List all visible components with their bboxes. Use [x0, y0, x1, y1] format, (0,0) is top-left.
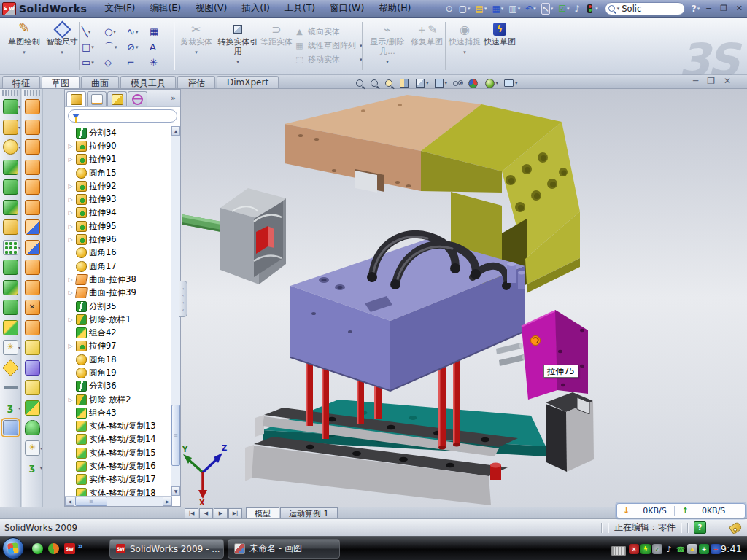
- feature-tree-item[interactable]: ▷ 拉伸96: [65, 233, 171, 246]
- right-support-rail[interactable]: [546, 392, 594, 472]
- search-box[interactable]: ▾ Solic: [605, 2, 685, 15]
- quick-tips-button[interactable]: ?: [694, 521, 706, 534]
- feature-tree-item[interactable]: 实体-移动/复制13: [65, 420, 171, 433]
- expander-icon[interactable]: ▷: [67, 343, 74, 349]
- expander-icon[interactable]: ▷: [67, 196, 74, 203]
- ribbon-tab[interactable]: 模具工具: [120, 76, 176, 88]
- knit-surface-icon[interactable]: [22, 398, 42, 419]
- scroll-thumb[interactable]: ≡: [171, 405, 180, 466]
- messenger-icon[interactable]: [32, 543, 43, 554]
- expander-icon[interactable]: ▷: [67, 223, 74, 230]
- feature-tree-item[interactable]: ▷ 切除-放样2: [65, 393, 171, 406]
- sketch-entity-button[interactable]: ⌒▾: [104, 39, 127, 55]
- swept-surface-icon[interactable]: [22, 137, 42, 158]
- new-document-icon[interactable]: ▢▾: [457, 4, 473, 14]
- feature-tree-item[interactable]: ▷ 拉伸92: [65, 179, 171, 192]
- feature-tree-item[interactable]: 分割36: [65, 380, 171, 393]
- freeform-icon[interactable]: [22, 238, 42, 258]
- expander-icon[interactable]: ▷: [67, 276, 74, 283]
- feature-tree-item[interactable]: 圆角17: [65, 260, 171, 273]
- helix-icon[interactable]: ʒ▾: [0, 398, 20, 419]
- tab-propertymanager[interactable]: [87, 91, 107, 106]
- undo-icon[interactable]: ↶▾: [523, 4, 538, 14]
- expander-icon[interactable]: ▷: [67, 143, 74, 149]
- save-icon[interactable]: ▦▾: [489, 4, 506, 14]
- feature-tree-item[interactable]: 实体-移动/复制16: [65, 459, 171, 472]
- expander-icon[interactable]: ▷: [67, 289, 74, 296]
- feature-tree-item[interactable]: 圆角19: [65, 366, 171, 379]
- expander-icon[interactable]: ▷: [67, 209, 74, 216]
- menu-item[interactable]: 编辑(E): [142, 2, 188, 15]
- linear-pattern-icon[interactable]: ▾: [0, 238, 20, 258]
- security-shield-icon[interactable]: ϟ: [640, 544, 651, 554]
- network-warning-icon[interactable]: ▲: [687, 544, 697, 554]
- swept-boss-icon[interactable]: [0, 158, 20, 178]
- zoom-area-icon[interactable]: [371, 79, 379, 87]
- convert-entities-button[interactable]: 转换实体引用▾: [217, 23, 258, 66]
- study-nav-button[interactable]: ◀: [199, 508, 213, 518]
- doc-minimize-button[interactable]: ─: [693, 76, 698, 86]
- rapid-sketch-button[interactable]: ϟ 快速草图: [483, 23, 516, 47]
- extruded-surface-icon[interactable]: [22, 97, 42, 117]
- sketch-entity-button[interactable]: ◇: [104, 55, 127, 70]
- fillet-icon[interactable]: ▾: [0, 137, 20, 158]
- select-icon[interactable]: ↖▾: [539, 3, 556, 15]
- sketch-entity-button[interactable]: ○▾: [104, 24, 127, 39]
- feature-tree-item[interactable]: ▷ 曲面-拉伸39: [65, 287, 171, 300]
- move-copy-body-icon[interactable]: [0, 318, 20, 338]
- ribbon-tab[interactable]: 草图: [42, 76, 80, 88]
- reference-point-icon[interactable]: ✳▾: [0, 338, 20, 358]
- tab-dimxpertmanager[interactable]: [128, 91, 147, 106]
- ribbon-tab[interactable]: 评估: [177, 76, 215, 88]
- sketch-entity-button[interactable]: ∿▾: [127, 24, 150, 39]
- replace-face-icon[interactable]: [22, 318, 42, 338]
- expander-icon[interactable]: ▷: [67, 397, 74, 403]
- sketch-entity-button[interactable]: A: [150, 39, 172, 55]
- scroll-thumb[interactable]: ≡: [75, 497, 107, 506]
- scroll-up-button[interactable]: ▲: [171, 126, 180, 136]
- expander-icon[interactable]: ▷: [67, 156, 74, 163]
- minimize-button[interactable]: ─: [702, 4, 716, 13]
- model-tab[interactable]: 模型: [246, 508, 279, 518]
- open-icon[interactable]: ▤▾: [473, 4, 489, 14]
- help-button[interactable]: ?▾: [689, 4, 702, 14]
- menu-item[interactable]: 帮助(H): [371, 2, 418, 15]
- scroll-right-button[interactable]: ▶: [163, 497, 172, 506]
- helix-spiral-icon[interactable]: ʒ▾: [22, 458, 42, 478]
- reference-point-icon[interactable]: ✳▾: [22, 438, 42, 459]
- rib-icon[interactable]: [0, 257, 20, 278]
- extruded-cut-icon[interactable]: ▾: [0, 117, 20, 138]
- edit-appearance-icon[interactable]: [468, 79, 479, 88]
- expander-icon[interactable]: ▷: [67, 316, 74, 323]
- feature-tree-item[interactable]: 组合43: [65, 406, 171, 419]
- hide-show-items-icon[interactable]: ▾: [453, 80, 462, 86]
- menu-item[interactable]: 插入(I): [234, 2, 276, 15]
- doc-restore-button[interactable]: ❐: [707, 76, 715, 86]
- menu-item[interactable]: 窗口(W): [322, 2, 371, 15]
- thicken-icon[interactable]: [22, 257, 42, 278]
- trim-surface-icon[interactable]: [22, 358, 42, 378]
- feature-tree-item[interactable]: ▷ 拉伸94: [65, 206, 171, 219]
- sketch-entity-button[interactable]: ⊘▾: [127, 39, 150, 55]
- feature-tree-item[interactable]: 分割34: [65, 126, 171, 139]
- rebuild-traffic-light-icon[interactable]: ▾: [583, 4, 600, 13]
- sketch-entity-button[interactable]: ╲▾: [82, 24, 104, 39]
- feature-tree-item[interactable]: ▷ 拉伸95: [65, 219, 171, 233]
- study-nav-button[interactable]: |◀: [185, 508, 198, 518]
- draft-icon[interactable]: [0, 278, 20, 298]
- solidworks-launcher-icon[interactable]: SW: [64, 543, 75, 554]
- smart-dimension-button[interactable]: 智能尺寸▾: [42, 20, 82, 72]
- feature-tree-item[interactable]: 圆角15: [65, 166, 171, 179]
- instant3d-icon[interactable]: [0, 418, 20, 438]
- feature-tree-item[interactable]: ▷ 拉伸97: [65, 340, 171, 353]
- sketch-entity-button[interactable]: □▾: [82, 39, 104, 55]
- study-nav-button[interactable]: ▶: [214, 508, 228, 518]
- taskbar-clock[interactable]: 9:41: [721, 543, 742, 554]
- feature-tree-item[interactable]: 实体-移动/复制17: [65, 473, 171, 486]
- revolved-surface-icon[interactable]: [22, 117, 42, 138]
- feature-tree-item[interactable]: 圆角16: [65, 246, 171, 260]
- reference-axis-icon[interactable]: [0, 378, 20, 398]
- tree-filter-input[interactable]: [68, 109, 177, 122]
- feature-tree-item[interactable]: 圆角18: [65, 353, 171, 366]
- restore-button[interactable]: ❐: [716, 4, 732, 13]
